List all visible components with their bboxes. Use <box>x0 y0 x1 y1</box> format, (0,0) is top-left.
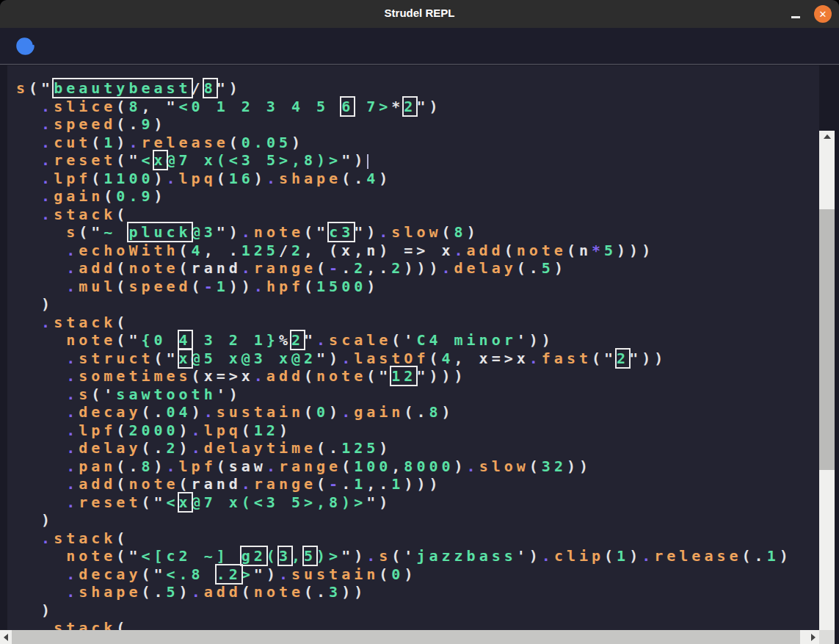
code-line: .lpf(2000).lpq(12) <box>16 422 792 440</box>
active-token: 8 <box>204 79 217 97</box>
code-line: .sometimes(x=>x.add(note("12"))) <box>16 367 792 386</box>
scrollbar-right-button[interactable] <box>807 630 819 644</box>
active-token: 4 <box>179 331 192 349</box>
minimize-icon <box>791 16 800 18</box>
code-line: .cut(1).release(0.05) <box>16 134 792 152</box>
code-line: .gain(0.9) <box>16 187 792 206</box>
active-token: x <box>179 350 192 367</box>
active-token: .2 <box>217 565 241 583</box>
left-arrow-icon <box>4 634 8 641</box>
code-line: .reset("<x@7 x(<3 5>,8)>") <box>16 493 792 512</box>
window-title: Strudel REPL <box>0 7 839 19</box>
code-line: .struct("x@5 x@3 x@2").lastOf(4, x=>x.fa… <box>16 350 792 368</box>
vertical-scrollbar-thumb[interactable] <box>819 209 835 470</box>
close-icon: ✕ <box>819 10 827 19</box>
code-line: note("<[c2 ~] g2(3,5)>").s('jazzbass').c… <box>16 547 792 565</box>
window-frame-edge <box>835 65 839 644</box>
code-line: s("beautybeast/8") <box>16 79 792 98</box>
editor: s("beautybeast/8") .slice(8, "<0 1 2 3 4… <box>0 65 839 630</box>
code-line: .pan(.8).lpf(saw.range(100,8000).slow(32… <box>16 457 792 476</box>
active-token: g2 <box>241 547 266 565</box>
close-button[interactable]: ✕ <box>814 5 832 23</box>
active-token: x <box>179 493 192 511</box>
toolbar <box>0 28 839 65</box>
horizontal-scrollbar-thumb[interactable] <box>12 630 800 644</box>
code-line: .decay(.04).sustain(0).gain(.8) <box>16 403 792 422</box>
strudel-spiral-logo-icon[interactable] <box>15 36 35 56</box>
code-line: .slice(8, "<0 1 2 3 4 5 6 7>*2") <box>16 98 792 116</box>
code-content[interactable]: s("beautybeast/8") .slice(8, "<0 1 2 3 4… <box>16 79 792 630</box>
code-line: .lpf(1100).lpq(16).shape(.4) <box>16 170 792 188</box>
active-token: 2 <box>291 331 304 349</box>
code-line: .speed(.9) <box>16 115 792 134</box>
active-token: beautybeast <box>54 79 191 97</box>
right-arrow-icon <box>811 634 816 641</box>
active-token: pluck <box>128 223 191 241</box>
code-editor[interactable]: s("beautybeast/8") .slice(8, "<0 1 2 3 4… <box>7 65 819 630</box>
code-line: .echoWith(4, .125/2, (x,n) => x.add(note… <box>16 242 792 260</box>
code-line: .stack( <box>16 619 792 630</box>
code-line: ) <box>16 295 792 314</box>
code-line: .reset("<x@7 x(<3 5>,8)>") <box>16 151 792 170</box>
active-token: x <box>154 151 167 169</box>
vertical-scrollbar[interactable] <box>819 131 835 644</box>
horizontal-scrollbar[interactable] <box>0 630 819 644</box>
active-token: 6 <box>341 98 354 115</box>
code-line: .s('sawtooth') <box>16 386 792 404</box>
code-line: note("{0 4 3 2 1}%2".scale('C4 minor')) <box>16 331 792 350</box>
active-token: c3 <box>329 223 354 241</box>
scrollbar-left-button[interactable] <box>0 630 12 644</box>
code-line: s("~ pluck@3").note("c3").slow(8) <box>16 223 792 242</box>
code-line: .shape(.5).add(note(.3)) <box>16 583 792 601</box>
scrollbar-corner <box>819 630 835 644</box>
code-line: .decay("<.8 .2>").sustain(0) <box>16 565 792 584</box>
active-token: 3 <box>279 547 291 565</box>
strudel-repl-window: Strudel REPL ✕ s("beautybeast/8") .slice… <box>0 0 839 644</box>
code-line: .mul(speed(-1)).hpf(1500) <box>16 278 792 296</box>
titlebar[interactable]: Strudel REPL ✕ <box>0 0 839 28</box>
code-line: .add(note(rand.range(-.1,.1))) <box>16 475 792 493</box>
code-line: .stack( <box>16 529 792 548</box>
code-line: ) <box>16 601 792 620</box>
code-line: ) <box>16 511 792 529</box>
active-token: 12 <box>391 367 416 385</box>
active-token: 2 <box>404 98 416 115</box>
code-line: .stack( <box>16 206 792 224</box>
active-token: 5 <box>304 547 316 565</box>
code-line: .add(note(rand.range(-.2,.2))).delay(.5) <box>16 259 792 278</box>
text-cursor <box>367 154 368 169</box>
code-line: .stack( <box>16 314 792 332</box>
up-arrow-icon <box>824 134 831 139</box>
active-token: 2 <box>617 350 629 367</box>
code-line: .delay(.2).delaytime(.125) <box>16 439 792 457</box>
scrollbar-up-button[interactable] <box>819 131 835 142</box>
minimize-button[interactable] <box>786 4 805 23</box>
